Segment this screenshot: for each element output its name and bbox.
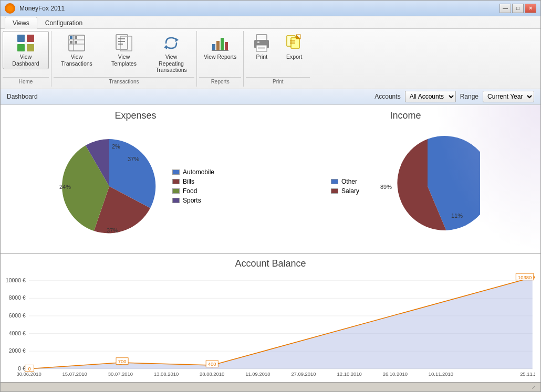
svg-text:15.07.2010: 15.07.2010: [63, 371, 87, 377]
svg-text:2%: 2%: [112, 143, 120, 150]
templates-label: View Templates: [106, 54, 142, 67]
svg-text:0: 0: [28, 365, 31, 371]
income-pie-chart: 89% 11%: [375, 134, 480, 239]
svg-text:24%: 24%: [59, 184, 71, 190]
print-group-label: Print: [246, 77, 310, 84]
ribbon-group-transactions: View Transactions View Te: [51, 31, 197, 87]
ribbon-group-reports: View Reports Reports: [197, 31, 244, 87]
svg-rect-27: [257, 41, 259, 43]
export-icon: [285, 34, 304, 52]
view-reports-button[interactable]: View Reports: [199, 31, 241, 63]
svg-rect-10: [70, 41, 72, 44]
transactions-group-label: Transactions: [54, 77, 194, 84]
close-button[interactable]: ✕: [525, 4, 536, 13]
minimize-button[interactable]: —: [500, 4, 511, 13]
svg-text:27.09.2010: 27.09.2010: [291, 371, 316, 377]
ribbon-tabs: Views Configuration: [1, 16, 540, 28]
reports-group-label: Reports: [199, 77, 241, 84]
window-title: MoneyFox 2011: [19, 5, 65, 12]
sports-label: Sports: [183, 197, 201, 204]
view-repeating-button[interactable]: View Repeating Transactions: [148, 31, 194, 76]
ribbon-content: View Dashboard Home: [1, 28, 540, 89]
export-label: Export: [286, 54, 302, 60]
svg-text:0 €: 0 €: [18, 365, 26, 371]
print-icon: [252, 34, 271, 52]
view-dashboard-button[interactable]: View Dashboard: [3, 31, 49, 69]
print-button[interactable]: Print: [246, 31, 277, 63]
svg-text:400: 400: [208, 361, 216, 367]
svg-text:2000 €: 2000 €: [9, 347, 26, 354]
svg-text:37%: 37%: [128, 156, 139, 162]
range-select[interactable]: Current Year: [483, 91, 534, 102]
legend-salary: Salary: [331, 187, 359, 195]
svg-rect-20: [216, 41, 220, 50]
charts-section: Expenses 37% 24% 37%: [1, 105, 540, 254]
status-resize-icon: ⟋: [531, 384, 536, 390]
svg-marker-17: [175, 38, 179, 42]
svg-text:12.10.2010: 12.10.2010: [337, 371, 362, 377]
view-templates-button[interactable]: View Templates: [101, 31, 147, 69]
accounts-label: Accounts: [374, 93, 400, 100]
ribbon-group-print: Print Ex: [244, 31, 312, 87]
svg-text:30.07.2010: 30.07.2010: [108, 371, 133, 377]
balance-fill: [29, 277, 533, 368]
home-group-label: Home: [3, 77, 49, 84]
balance-title: Account Balance: [6, 258, 535, 269]
svg-rect-9: [75, 36, 77, 39]
ribbon-group-home: View Dashboard Home: [1, 31, 51, 87]
svg-rect-8: [70, 36, 72, 39]
status-bar: ⟋: [1, 382, 540, 391]
svg-rect-19: [212, 44, 215, 50]
legend-automobile: Automobile: [172, 168, 214, 176]
expenses-title: Expenses: [115, 110, 156, 121]
dashboard-label: View Dashboard: [7, 54, 44, 67]
svg-text:28.08.2010: 28.08.2010: [200, 371, 224, 377]
legend-sports: Sports: [172, 197, 214, 204]
dashboard-controls: Accounts All Accounts Range Current Year: [374, 91, 534, 102]
expenses-pie-chart: 37% 24% 37% 2%: [57, 134, 162, 239]
transactions-label: View Transactions: [58, 54, 95, 67]
svg-text:13.08.2010: 13.08.2010: [154, 371, 179, 377]
salary-color: [331, 188, 338, 194]
legend-food: Food: [172, 187, 214, 195]
tab-configuration[interactable]: Configuration: [37, 17, 90, 29]
window-controls: — □ ✕: [500, 4, 536, 13]
svg-marker-32: [296, 35, 300, 39]
app-icon: [5, 3, 15, 14]
svg-text:8000 €: 8000 €: [9, 294, 26, 301]
legend-bills: Bills: [172, 178, 214, 185]
reports-icon: [211, 34, 230, 52]
transactions-icon: [67, 34, 86, 52]
ribbon-buttons-home: View Dashboard: [3, 31, 49, 76]
food-label: Food: [183, 187, 197, 195]
salary-label: Salary: [341, 187, 359, 195]
tab-views[interactable]: Views: [5, 17, 37, 29]
templates-icon: [115, 34, 133, 52]
ribbon: Views Configuration: [1, 16, 540, 89]
accounts-select[interactable]: All Accounts: [405, 91, 456, 102]
view-transactions-button[interactable]: View Transactions: [54, 31, 100, 69]
svg-text:26.10.2010: 26.10.2010: [383, 371, 408, 377]
export-button[interactable]: Export: [278, 31, 310, 63]
maximize-button[interactable]: □: [512, 4, 524, 13]
svg-marker-18: [164, 45, 167, 49]
income-chart-panel: Income Other Salary: [270, 105, 540, 253]
income-title: Income: [390, 110, 421, 121]
repeating-icon: [162, 34, 181, 52]
bills-label: Bills: [183, 178, 194, 185]
svg-rect-0: [17, 35, 25, 42]
svg-rect-12: [116, 35, 128, 49]
sports-color: [172, 198, 180, 203]
svg-text:11.09.2010: 11.09.2010: [245, 371, 270, 377]
svg-rect-11: [75, 41, 77, 44]
dashboard-area: Dashboard Accounts All Accounts Range Cu…: [1, 89, 540, 382]
svg-text:30.06.2010: 30.06.2010: [16, 371, 41, 377]
svg-text:11%: 11%: [451, 213, 463, 219]
svg-text:10380: 10380: [518, 274, 532, 280]
ribbon-buttons-print: Print Ex: [246, 31, 310, 76]
income-legend: Other Salary: [331, 178, 359, 195]
main-window: MoneyFox 2011 — □ ✕ Views Configuration: [0, 0, 541, 392]
title-bar-left: MoneyFox 2011: [5, 3, 65, 14]
income-chart-body: Other Salary 89%: [276, 125, 535, 248]
svg-rect-26: [256, 45, 267, 51]
